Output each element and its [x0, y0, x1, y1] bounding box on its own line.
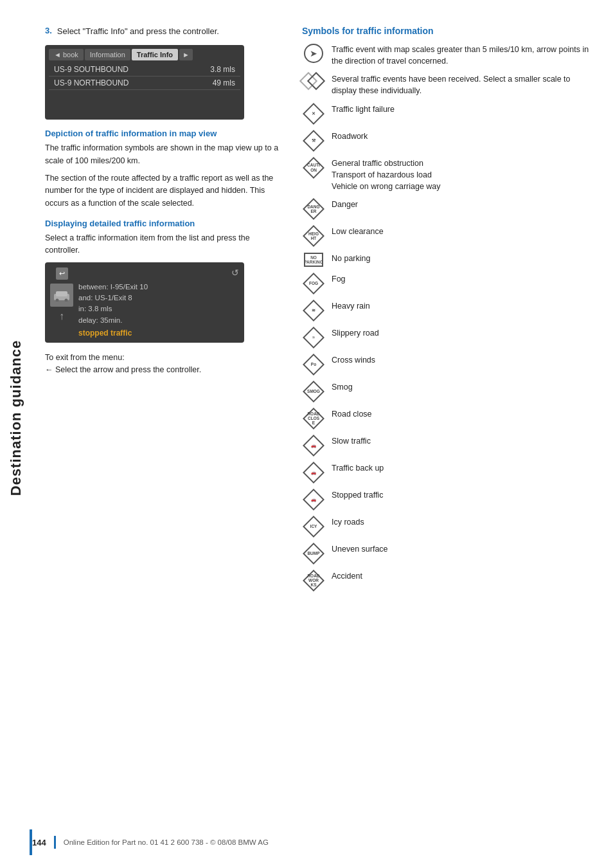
route-name-2: US-9 NORTHBOUND — [54, 78, 129, 87]
list-item: 🚗 Traffic back up — [302, 462, 594, 483]
main-content: 3. Select "Traffic Info" and press the c… — [39, 0, 613, 623]
diamond-icon: DANGER — [303, 199, 324, 219]
symbol-icon: 🚗 — [302, 435, 325, 456]
page-number: 144 — [32, 838, 46, 847]
tab-book[interactable]: ◄ book — [49, 49, 84, 60]
left-column: 3. Select "Traffic Info" and press the c… — [45, 26, 283, 597]
symbol-icon: 🚗 — [302, 489, 325, 510]
symbol-icon: HEIGHT — [302, 226, 325, 246]
list-item: Several traffic events have been receive… — [302, 73, 594, 96]
diamond-icon: BUMP — [303, 543, 324, 564]
diamond-icon: 🚗 — [303, 435, 324, 456]
arrow-circle-icon: ➤ — [304, 44, 323, 63]
symbol-icon: ✕ — [302, 104, 325, 124]
symbol-label: Several traffic events have been receive… — [332, 73, 594, 96]
tab-traffic-active[interactable]: Traffic Info — [132, 49, 178, 60]
detail-back-button[interactable]: ↩ — [56, 267, 68, 280]
tab-next-arrow[interactable]: ► — [179, 49, 193, 60]
list-item: ROAD CLOSE Road close — [302, 408, 594, 429]
route-dist-2: 49 mls — [213, 78, 235, 87]
detail-text: Select a traffic information item from t… — [45, 232, 283, 257]
table-row: US-9 NORTHBOUND 49 mls — [49, 77, 240, 90]
detail-info: between: I-95/Exit 10 and: US-1/Exit 8 i… — [78, 282, 239, 326]
footer-divider — [54, 836, 56, 849]
list-item: NO PARKINGNo parking — [302, 253, 594, 267]
list-item: ROAD WORKS Accident — [302, 570, 594, 591]
diamond-icon: SMOG — [303, 381, 324, 402]
tab-information[interactable]: Information — [85, 49, 130, 60]
section-map-heading: Depiction of traffic information in map … — [45, 129, 283, 138]
traffic-display-box: ◄ book Information Traffic Info ► US-9 S… — [45, 45, 244, 120]
list-item: ➤Traffic event with map scales greater t… — [302, 44, 594, 67]
refresh-icon[interactable]: ↺ — [231, 267, 239, 278]
exit-text-1: To exit from the menu: — [45, 352, 283, 364]
symbol-icon: ROAD WORKS — [302, 570, 325, 591]
symbol-label: Slippery road — [332, 327, 379, 339]
step-3-intro: 3. Select "Traffic Info" and press the c… — [45, 26, 283, 37]
symbol-icon — [302, 73, 325, 91]
footer-text: Online Edition for Part no. 01 41 2 600 … — [64, 838, 269, 846]
diamond-icon: ✕ — [303, 104, 324, 124]
right-column: Symbols for traffic information ➤Traffic… — [302, 26, 594, 597]
map-text-1: The traffic information symbols are show… — [45, 142, 283, 167]
sidebar: Destination guidance — [0, 0, 32, 836]
svg-rect-1 — [56, 291, 67, 296]
diamond-icon: ≈ — [303, 327, 324, 348]
symbol-label: Traffic back up — [332, 462, 384, 474]
detail-line4: delay: 35min. — [78, 315, 239, 326]
symbol-icon: ⚒ — [302, 131, 325, 151]
symbol-icon: ROAD CLOSE — [302, 408, 325, 429]
symbol-icon: DANGER — [302, 199, 325, 219]
symbol-label: Heavy rain — [332, 300, 370, 312]
symbol-label: Uneven surface — [332, 543, 388, 555]
symbol-icon: CAUTION — [302, 158, 325, 178]
list-item: DANGER Danger — [302, 199, 594, 219]
list-item: CAUTION General traffic obstruction Tran… — [302, 158, 594, 192]
list-item: HEIGHT Low clearance — [302, 226, 594, 246]
list-item: FOG Fog — [302, 273, 594, 294]
sidebar-title: Destination guidance — [8, 340, 24, 496]
symbol-icon: 🚗 — [302, 462, 325, 483]
route-name-1: US-9 SOUTHBOUND — [54, 65, 129, 74]
symbol-label: Low clearance — [332, 226, 384, 237]
diamond-icon: HEIGHT — [303, 226, 324, 246]
detail-text-area: ↺ between: I-95/Exit 10 and: US-1/Exit 8… — [78, 267, 239, 338]
symbol-icon: ≈ — [302, 327, 325, 348]
symbol-icon: SMOG — [302, 381, 325, 402]
detail-display-box: ↩ ↑ ↺ between: I-95/Exit 10 — [45, 262, 244, 343]
symbol-label: Traffic light failure — [332, 104, 395, 115]
symbol-icon: BUMP — [302, 543, 325, 564]
up-arrow-icon: ↑ — [59, 311, 64, 322]
detail-left-controls: ↩ ↑ — [50, 267, 73, 322]
symbol-label: Fog — [332, 273, 346, 285]
diamond-icon: ROAD WORKS — [303, 570, 324, 591]
list-item: SMOG Smog — [302, 381, 594, 402]
symbol-label: Danger — [332, 199, 358, 210]
list-item: 🚗 Stopped traffic — [302, 489, 594, 510]
list-item: 🚗 Slow traffic — [302, 435, 594, 456]
symbol-label: Accident — [332, 570, 362, 582]
step-text: Select "Traffic Info" and press the cont… — [57, 26, 219, 37]
symbol-label: Road close — [332, 408, 372, 420]
symbol-label: General traffic obstruction Transport of… — [332, 158, 441, 192]
symbol-icon: Po — [302, 354, 325, 375]
page-footer: 144 Online Edition for Part no. 01 41 2 … — [32, 836, 600, 849]
list-item: ≈ Slippery road — [302, 327, 594, 348]
symbol-label: No parking — [332, 253, 370, 264]
diamond-icon: ROAD CLOSE — [303, 408, 324, 429]
route-dist-1: 3.8 mls — [210, 65, 235, 74]
symbol-icon: FOG — [302, 273, 325, 294]
symbol-label: Slow traffic — [332, 435, 371, 447]
diamond-icon: ≋ — [303, 300, 324, 321]
detail-header: ↺ — [78, 267, 239, 278]
symbol-label: Smog — [332, 381, 353, 393]
diamond-icon: FOG — [303, 273, 324, 294]
list-item: ✕ Traffic light failure — [302, 104, 594, 124]
list-item: ⚒ Roadwork — [302, 131, 594, 151]
detail-car-icon — [50, 284, 73, 307]
diamond-icon: 🚗 — [303, 462, 324, 483]
symbol-label: Traffic event with map scales greater th… — [332, 44, 594, 67]
list-item: Po Cross winds — [302, 354, 594, 375]
diamond-icon: Po — [303, 354, 324, 375]
section-detail-heading: Displaying detailed traffic information — [45, 219, 283, 228]
